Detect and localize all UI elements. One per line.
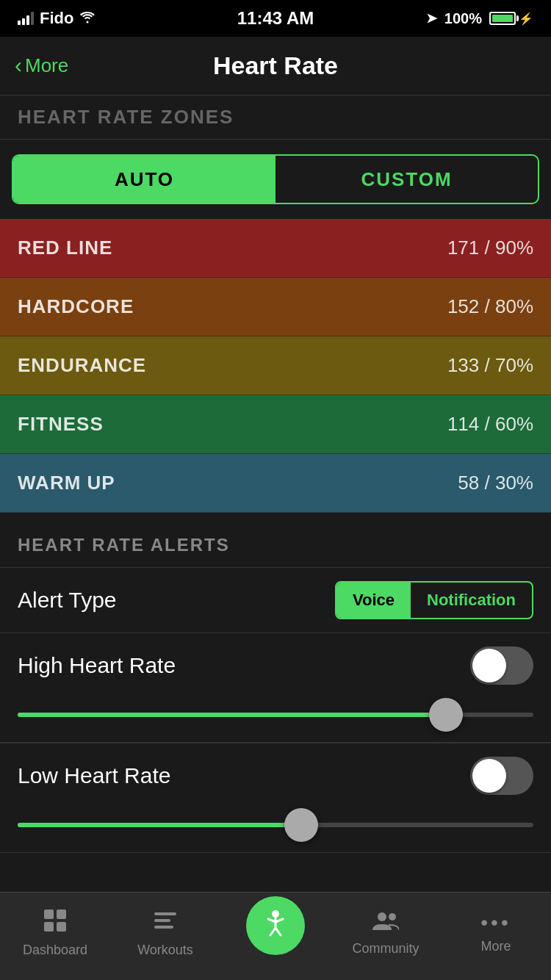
back-label: More [25, 54, 68, 77]
more-icon: ••• [480, 911, 511, 934]
signal-icon [18, 12, 34, 25]
zone-value-redline: 171 / 90% [447, 237, 533, 259]
zones-section-title: HEART RATE ZONES [18, 106, 234, 128]
zone-mode-segment[interactable]: AUTO CUSTOM [12, 154, 539, 204]
tab-more[interactable]: ••• More [441, 911, 551, 954]
svg-rect-1 [57, 909, 66, 919]
zone-row-fitness[interactable]: FITNESS 114 / 60% [0, 395, 551, 454]
zone-row-warmup[interactable]: WARM UP 58 / 30% [0, 454, 551, 513]
person-icon [261, 907, 290, 943]
battery-percent: 100% [444, 10, 482, 27]
svg-rect-6 [154, 926, 173, 929]
status-right: ➤ 100% ⚡ [426, 10, 533, 27]
nav-bar: ‹ More Heart Rate [0, 37, 551, 96]
status-time: 11:43 AM [237, 8, 314, 29]
alert-type-label: Alert Type [18, 588, 117, 613]
zone-label-fitness: FITNESS [18, 413, 104, 436]
status-bar: Fido 11:43 AM ➤ 100% ⚡ [0, 0, 551, 37]
dashboard-tab-label: Dashboard [23, 943, 87, 958]
carrier-label: Fido [40, 9, 73, 28]
svg-line-12 [276, 928, 281, 935]
alerts-header: HEART RATE ALERTS [0, 527, 551, 567]
low-heart-rate-slider-track[interactable] [18, 823, 533, 827]
back-button[interactable]: ‹ More [15, 54, 68, 77]
more-tab-label: More [480, 939, 511, 954]
heart-rate-zones: RED LINE 171 / 90% HARDCORE 152 / 80% EN… [0, 219, 551, 513]
toggle-knob-high [472, 649, 506, 682]
battery-icon: ⚡ [489, 12, 533, 26]
zone-value-hardcore: 152 / 80% [447, 295, 533, 318]
alerts-section: HEART RATE ALERTS Alert Type Voice Notif… [0, 513, 551, 853]
community-tab-label: Community [352, 941, 419, 956]
low-heart-rate-label: Low Heart Rate [18, 763, 170, 788]
toggle-knob-low [472, 759, 506, 793]
svg-rect-0 [44, 909, 54, 919]
svg-point-14 [389, 913, 396, 920]
zone-label-hardcore: HARDCORE [18, 295, 134, 318]
svg-rect-4 [154, 912, 176, 915]
low-heart-rate-slider-row [0, 808, 551, 853]
low-heart-rate-slider-fill [18, 823, 301, 827]
page-title: Heart Rate [213, 51, 338, 80]
workouts-tab-label: Workouts [137, 943, 193, 958]
svg-rect-2 [44, 922, 54, 932]
zone-label-warmup: WARM UP [18, 472, 115, 494]
zone-label-endurance: ENDURANCE [18, 354, 146, 377]
low-heart-rate-slider-thumb[interactable] [284, 808, 318, 842]
community-icon [372, 909, 399, 937]
low-heart-rate-row: Low Heart Rate [0, 743, 551, 808]
high-heart-rate-label: High Heart Rate [18, 653, 176, 678]
tab-dashboard[interactable]: Dashboard [0, 908, 110, 958]
high-heart-rate-slider-row [0, 698, 551, 743]
auto-segment-btn[interactable]: AUTO [13, 156, 276, 203]
workouts-icon [153, 908, 178, 938]
wifi-icon [79, 10, 96, 27]
custom-segment-btn[interactable]: CUSTOM [276, 156, 538, 203]
location-icon: ➤ [426, 10, 437, 26]
tab-active[interactable] [220, 904, 331, 962]
svg-line-11 [270, 928, 276, 935]
high-heart-rate-slider-fill [18, 713, 446, 717]
voice-segment-btn[interactable]: Voice [336, 583, 411, 618]
zone-row-endurance[interactable]: ENDURANCE 133 / 70% [0, 336, 551, 395]
status-left: Fido [18, 9, 96, 28]
zone-row-redline[interactable]: RED LINE 171 / 90% [0, 219, 551, 278]
zone-value-fitness: 114 / 60% [447, 413, 533, 436]
svg-point-13 [378, 912, 386, 921]
zone-row-hardcore[interactable]: HARDCORE 152 / 80% [0, 278, 551, 336]
alert-type-segment[interactable]: Voice Notification [335, 581, 533, 619]
notification-segment-btn[interactable]: Notification [411, 583, 532, 618]
low-heart-rate-toggle[interactable] [470, 757, 533, 795]
tab-community[interactable]: Community [331, 909, 441, 956]
zone-value-warmup: 58 / 30% [458, 472, 533, 494]
high-heart-rate-toggle[interactable] [470, 646, 533, 685]
active-tab-circle[interactable] [246, 896, 305, 955]
zone-label-redline: RED LINE [18, 237, 112, 259]
svg-rect-5 [154, 919, 170, 922]
section-header-partial: HEART RATE ZONES [0, 96, 551, 140]
high-heart-rate-slider-thumb[interactable] [429, 698, 463, 732]
tab-bar: Dashboard Workouts [0, 892, 551, 980]
alerts-title: HEART RATE ALERTS [18, 535, 230, 555]
zone-value-endurance: 133 / 70% [447, 354, 533, 377]
high-heart-rate-row: High Heart Rate [0, 633, 551, 698]
high-heart-rate-slider-track[interactable] [18, 713, 533, 717]
back-chevron-icon: ‹ [15, 54, 22, 76]
svg-rect-3 [57, 922, 66, 932]
dashboard-icon [43, 908, 68, 938]
alert-type-row: Alert Type Voice Notification [0, 567, 551, 633]
tab-workouts[interactable]: Workouts [110, 908, 220, 958]
